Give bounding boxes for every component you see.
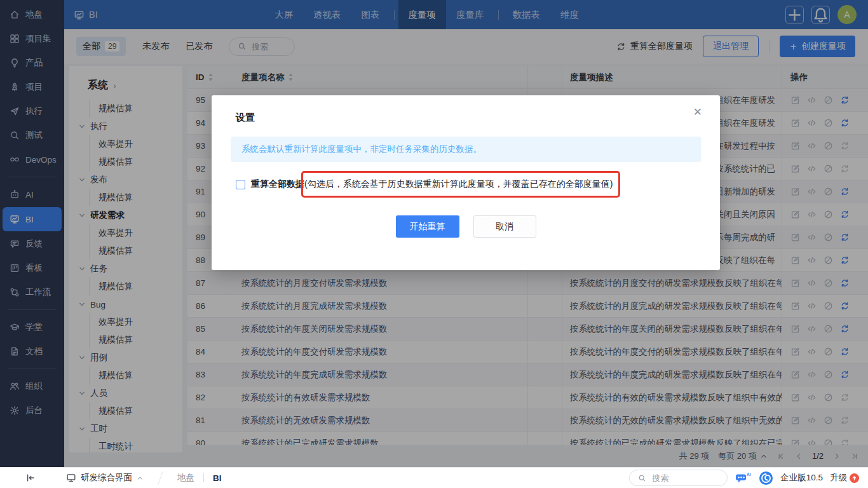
- edition-label: 企业版10.5: [780, 472, 823, 484]
- global-search[interactable]: [629, 470, 728, 486]
- upgrade-badge: [850, 473, 859, 483]
- app-window: 地盘 项目集 产品 项目 执行 测试: [0, 0, 868, 488]
- workspace-switcher[interactable]: 研发综合界面: [66, 472, 144, 484]
- modal-info-banner: 系统会默认重新计算此度量项中，非定时任务采集的历史数据。: [231, 137, 701, 162]
- checkbox-note-annotated: (勾选后，系统会基于历史数据重新计算此度量项，并覆盖已存在的全部度量值): [304, 179, 613, 190]
- bottom-taskbar: 研发综合界面 地盘 BI AI 企业版10.5 升级: [0, 467, 868, 488]
- ai-assistant-icon[interactable]: AI: [735, 471, 752, 485]
- checkbox-label[interactable]: 重算全部数据: [251, 179, 304, 190]
- modal-title: 设置: [236, 112, 255, 124]
- workspace-label: 研发综合界面: [81, 472, 132, 484]
- cancel-button[interactable]: 取消: [473, 215, 536, 238]
- monitor-icon: [66, 473, 76, 483]
- checkbox[interactable]: [236, 180, 245, 189]
- breadcrumb-separator: [158, 471, 163, 484]
- zentao-logo[interactable]: [759, 471, 773, 485]
- up-arrow-icon: [851, 475, 857, 481]
- global-search-input[interactable]: [651, 473, 708, 484]
- collapse-sidebar-icon[interactable]: [25, 473, 36, 483]
- breadcrumb-current[interactable]: BI: [213, 473, 222, 483]
- caret-up-icon: [137, 475, 144, 482]
- svg-text:AI: AI: [747, 471, 751, 476]
- upgrade-link[interactable]: 升级: [830, 472, 859, 484]
- divider: [203, 473, 204, 482]
- taskbar-right: AI 企业版10.5 升级: [629, 470, 868, 486]
- search-icon: [638, 474, 646, 482]
- start-recalc-button[interactable]: 开始重算: [396, 215, 459, 238]
- settings-modal: 设置 ✕ 系统会默认重新计算此度量项中，非定时任务采集的历史数据。 重算全部数据…: [212, 95, 720, 270]
- close-icon[interactable]: ✕: [693, 107, 702, 118]
- recalc-all-checkbox-row: 重算全部数据(勾选后，系统会基于历史数据重新计算此度量项，并覆盖已存在的全部度量…: [236, 179, 720, 190]
- breadcrumb-home[interactable]: 地盘: [177, 472, 194, 484]
